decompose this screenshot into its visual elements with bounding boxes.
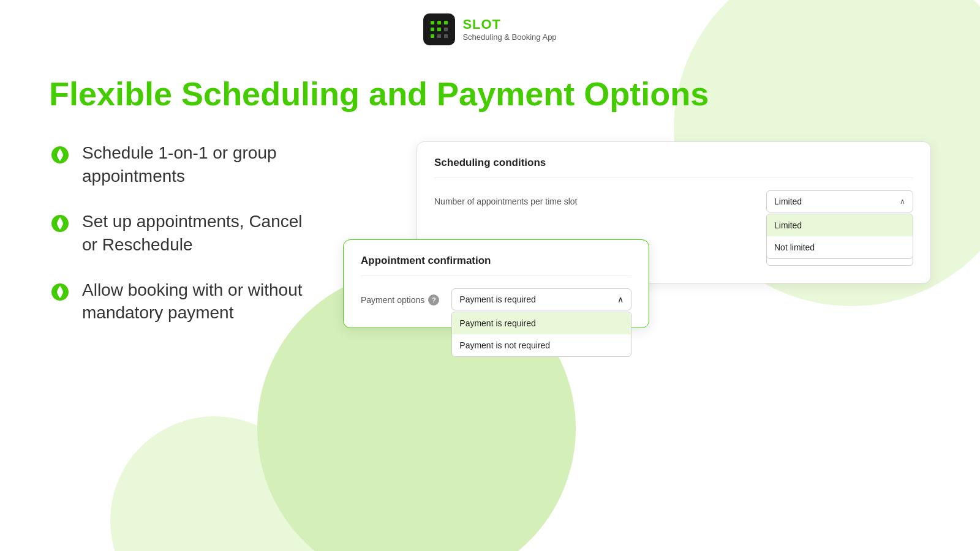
svg-rect-4 — [437, 28, 441, 31]
payment-help-icon[interactable]: ? — [428, 294, 439, 305]
svg-point-11 — [57, 289, 63, 295]
cards-area: Scheduling conditions Number of appointm… — [343, 141, 931, 423]
bullet-icon-2 — [49, 212, 71, 237]
option-payment-not-required[interactable]: Payment is not required — [452, 334, 631, 356]
limited-dropdown-trigger[interactable]: Limited ∧ — [766, 190, 913, 212]
svg-rect-3 — [431, 28, 434, 31]
svg-rect-1 — [437, 21, 441, 24]
scheduling-card-title: Scheduling conditions — [434, 157, 913, 178]
content-row: Schedule 1-on-1 or group appointments Se… — [49, 141, 931, 423]
bullet-icon-3 — [49, 281, 71, 305]
header: SLOT Scheduling & Booking App — [0, 0, 980, 51]
payment-dropdown-menu: Payment is required Payment is not requi… — [451, 312, 631, 357]
svg-point-9 — [57, 152, 63, 158]
logo-icon — [423, 13, 455, 45]
feature-text-3: Allow booking with or without mandatory … — [82, 279, 306, 325]
logo-wrapper: SLOT Scheduling & Booking App — [423, 13, 556, 45]
svg-rect-6 — [431, 34, 434, 38]
feature-text-1: Schedule 1-on-1 or group appointments — [82, 141, 306, 188]
bullet-icon-1 — [49, 144, 71, 168]
option-not-limited[interactable]: Not limited — [767, 236, 913, 258]
page-title: Flexible Scheduling and Payment Options — [49, 76, 931, 112]
svg-point-10 — [57, 220, 63, 227]
svg-rect-2 — [444, 21, 448, 24]
appointments-field-label: Number of appointments per time slot — [434, 190, 752, 206]
limited-dropdown-container: Limited ∧ Limited Not limited — [766, 190, 913, 212]
logo-subtitle: Scheduling & Booking App — [462, 32, 556, 42]
svg-rect-0 — [431, 21, 434, 24]
feature-text-2: Set up appointments, Cancel or Reschedul… — [82, 210, 306, 257]
limited-dropdown-value: Limited — [774, 197, 802, 206]
feature-item-2: Set up appointments, Cancel or Reschedul… — [49, 210, 306, 257]
option-limited[interactable]: Limited — [767, 214, 913, 236]
payment-dropdown-trigger[interactable]: Payment is required ∧ — [451, 288, 631, 310]
main-content: Flexible Scheduling and Payment Options … — [0, 51, 980, 423]
features-list: Schedule 1-on-1 or group appointments Se… — [49, 141, 306, 324]
appointment-card: Appointment confirmation Payment options… — [343, 239, 649, 328]
logo-text: SLOT Scheduling & Booking App — [462, 17, 556, 41]
payment-row: Payment options ? Payment is required ∧ … — [361, 288, 631, 310]
logo-svg — [429, 19, 450, 40]
svg-rect-5 — [444, 28, 448, 31]
limited-dropdown-menu: Limited Not limited — [766, 214, 913, 259]
payment-label: Payment options ? — [361, 288, 439, 305]
option-payment-required[interactable]: Payment is required — [452, 312, 631, 334]
feature-item-3: Allow booking with or without mandatory … — [49, 279, 306, 325]
payment-dropdown-value: Payment is required — [459, 294, 536, 304]
appointment-card-title: Appointment confirmation — [361, 255, 631, 276]
limited-chevron-up-icon: ∧ — [900, 197, 905, 206]
svg-rect-7 — [437, 34, 441, 38]
svg-rect-8 — [444, 34, 448, 38]
logo-title: SLOT — [462, 17, 556, 32]
payment-chevron-up-icon: ∧ — [617, 294, 624, 304]
payment-dropdown-container: Payment is required ∧ Payment is require… — [451, 288, 631, 310]
feature-item-1: Schedule 1-on-1 or group appointments — [49, 141, 306, 188]
